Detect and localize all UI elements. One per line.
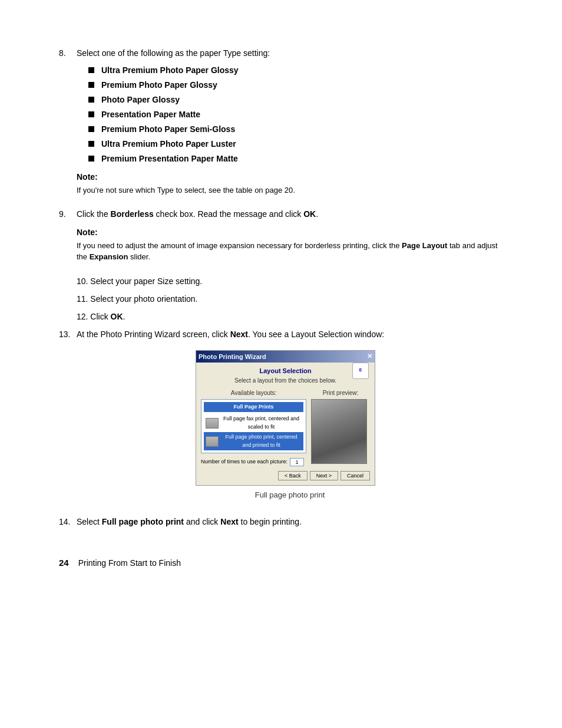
- step-10: 10. Select your paper Size setting.: [59, 275, 503, 288]
- bullet-icon: [88, 126, 94, 132]
- layout-item-2-text: Full page photo print, centered and prin…: [221, 433, 302, 449]
- layout-item-1[interactable]: Full page fax print, centered and scaled…: [204, 414, 303, 432]
- wizard-titlebar: Photo Printing Wizard ✕: [196, 351, 375, 363]
- bullet-icon: [88, 82, 94, 88]
- bullet-text: Presentation Paper Matte: [101, 108, 200, 121]
- step-12: 12. Click OK.: [59, 310, 503, 323]
- preview-label: Print preview:: [311, 388, 370, 397]
- step-14-middle: and click: [184, 517, 220, 526]
- step-9-text-after: .: [316, 209, 318, 219]
- note-1: Note: If you're not sure which Type to s…: [77, 171, 503, 196]
- step-13-number: 13.: [59, 328, 77, 510]
- page-number: 24: [59, 558, 69, 568]
- wizard-left-panel: Available layouts: Full Page Prints Full…: [201, 388, 306, 467]
- step-13-before: At the Photo Printing Wizard screen, cli…: [77, 330, 230, 339]
- list-item: Premium Photo Paper Semi-Gloss: [88, 123, 503, 136]
- step-12-after: .: [123, 312, 125, 321]
- preview-people-graphic: [312, 400, 366, 463]
- step-8-number: 8.: [59, 47, 77, 202]
- note-2-before: If you need to adjust the amount of imag…: [77, 241, 402, 250]
- wizard-section-title: Layout Selection: [201, 366, 370, 376]
- wizard-screenshot-container: Photo Printing Wizard ✕ E Layout Selecti…: [196, 350, 384, 501]
- note-2-text: If you need to adjust the amount of imag…: [77, 240, 503, 263]
- step-11: 11. Select your photo orientation.: [59, 292, 503, 305]
- bullet-icon: [88, 111, 94, 117]
- step-9-content: Click the Borderless check box. Read the…: [77, 208, 503, 269]
- step-8-intro: Select one of the following as the paper…: [77, 48, 270, 58]
- available-label: Available layouts:: [201, 388, 306, 397]
- number-input[interactable]: [290, 458, 304, 466]
- step-14: 14. Select Full page photo print and cli…: [59, 516, 503, 528]
- list-item: Premium Presentation Paper Matte: [88, 153, 503, 165]
- bullet-text: Ultra Premium Photo Paper Luster: [101, 138, 236, 150]
- bullet-icon: [88, 67, 94, 73]
- bullet-text: Ultra Premium Photo Paper Glossy: [101, 64, 239, 77]
- screenshot-caption: Full page photo print: [196, 489, 384, 501]
- step-14-before: Select: [77, 517, 102, 526]
- layout-item-1-text: Full page fax print, centered and scaled…: [221, 415, 302, 431]
- layout-thumb-2: [206, 436, 219, 447]
- note-2: Note: If you need to adjust the amount o…: [77, 226, 503, 263]
- note-2-after: slider.: [128, 252, 150, 261]
- step-12-number: 12.: [77, 312, 88, 321]
- layout-thumb-1: [206, 418, 219, 429]
- step-9-text-middle: check box. Read the message and click: [154, 209, 303, 219]
- bullet-icon: [88, 97, 94, 103]
- list-item: Photo Paper Glossy: [88, 94, 503, 106]
- step-9: 9. Click the Borderless check box. Read …: [59, 208, 503, 269]
- footer-title: Printing From Start to Finish: [78, 558, 181, 568]
- page-footer: 24 Printing From Start to Finish: [59, 558, 503, 568]
- step-11-text: Select your photo orientation.: [90, 294, 197, 304]
- wizard-close-button[interactable]: ✕: [367, 353, 372, 360]
- list-item: Ultra Premium Photo Paper Luster: [88, 138, 503, 150]
- step-13-bold1: Next: [230, 330, 248, 339]
- step-10-number: 10.: [77, 276, 88, 286]
- wizard-body: E Layout Selection Select a layout from …: [196, 363, 375, 486]
- step-14-number: 14.: [59, 516, 77, 528]
- next-button[interactable]: Next >: [310, 471, 338, 480]
- step-10-text: Select your paper Size setting.: [90, 276, 202, 286]
- bullet-text: Premium Photo Paper Semi-Gloss: [101, 123, 235, 136]
- cancel-button[interactable]: Cancel: [340, 471, 370, 480]
- step-13-content: At the Photo Printing Wizard screen, cli…: [77, 328, 503, 510]
- layout-list-box: Full Page Prints Full page fax print, ce…: [201, 399, 306, 454]
- step-14-bold1: Full page photo print: [102, 517, 184, 526]
- bullet-text: Photo Paper Glossy: [101, 94, 180, 106]
- number-label: Number of times to use each picture:: [201, 458, 287, 466]
- group-header: Full Page Prints: [204, 402, 303, 413]
- number-row: Number of times to use each picture:: [201, 458, 306, 466]
- step-12-bold: OK: [111, 312, 123, 321]
- step-11-number: 11.: [77, 294, 88, 304]
- step-14-content: Select Full page photo print and click N…: [77, 516, 503, 528]
- step-9-bold2: OK: [303, 209, 316, 219]
- note-2-bold2: Expansion: [90, 252, 128, 261]
- step-9-text-before: Click the: [77, 209, 111, 219]
- layout-item-2[interactable]: Full page photo print, centered and prin…: [204, 432, 303, 450]
- back-button[interactable]: < Back: [278, 471, 308, 480]
- note-1-text: If you're not sure which Type to select,…: [77, 185, 503, 196]
- wizard-columns: Available layouts: Full Page Prints Full…: [201, 388, 370, 467]
- wizard-title: Photo Printing Wizard: [199, 352, 266, 362]
- step-9-number: 9.: [59, 208, 77, 269]
- wizard-right-panel: Print preview:: [311, 388, 370, 467]
- wizard-screenshot: Photo Printing Wizard ✕ E Layout Selecti…: [196, 350, 375, 486]
- paper-type-list: Ultra Premium Photo Paper Glossy Premium…: [88, 64, 503, 165]
- bullet-icon: [88, 156, 94, 162]
- step-8-content: Select one of the following as the paper…: [77, 47, 503, 202]
- bullet-text: Premium Photo Paper Glossy: [101, 79, 217, 91]
- step-8: 8. Select one of the following as the pa…: [59, 47, 503, 202]
- note-2-label: Note:: [77, 226, 503, 239]
- note-1-label: Note:: [77, 171, 503, 183]
- bullet-text: Premium Presentation Paper Matte: [101, 153, 238, 165]
- preview-image: [311, 399, 367, 464]
- step-13: 13. At the Photo Printing Wizard screen,…: [59, 328, 503, 510]
- bullet-icon: [88, 141, 94, 147]
- step-14-after: to begin printing.: [239, 517, 302, 526]
- wizard-buttons: < Back Next > Cancel: [201, 471, 370, 480]
- wizard-subtitle: Select a layout from the choices below.: [201, 376, 370, 385]
- step-9-bold1: Borderless: [111, 209, 154, 219]
- list-item: Ultra Premium Photo Paper Glossy: [88, 64, 503, 77]
- list-item: Presentation Paper Matte: [88, 108, 503, 121]
- epson-wizard-logo: E: [352, 363, 369, 379]
- list-item: Premium Photo Paper Glossy: [88, 79, 503, 91]
